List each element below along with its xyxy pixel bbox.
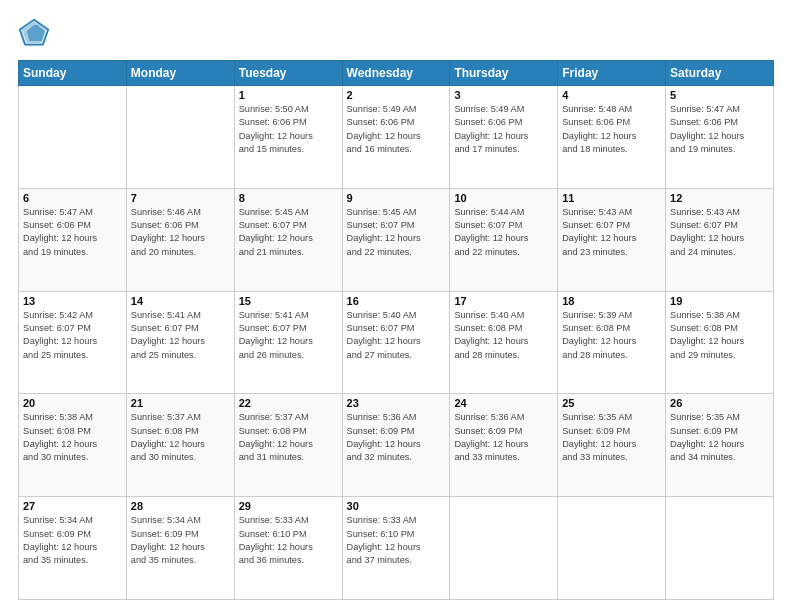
- calendar-cell: [126, 86, 234, 189]
- calendar-cell: [19, 86, 127, 189]
- day-number: 4: [562, 89, 661, 101]
- day-number: 18: [562, 295, 661, 307]
- day-number: 2: [347, 89, 446, 101]
- day-info: Sunrise: 5:43 AM Sunset: 6:07 PM Dayligh…: [670, 206, 769, 259]
- day-number: 17: [454, 295, 553, 307]
- day-info: Sunrise: 5:42 AM Sunset: 6:07 PM Dayligh…: [23, 309, 122, 362]
- day-number: 19: [670, 295, 769, 307]
- day-number: 23: [347, 397, 446, 409]
- calendar-cell: 28Sunrise: 5:34 AM Sunset: 6:09 PM Dayli…: [126, 497, 234, 600]
- week-row-1: 6Sunrise: 5:47 AM Sunset: 6:06 PM Daylig…: [19, 188, 774, 291]
- day-number: 22: [239, 397, 338, 409]
- day-number: 9: [347, 192, 446, 204]
- weekday-header-friday: Friday: [558, 61, 666, 86]
- weekday-header-row: SundayMondayTuesdayWednesdayThursdayFrid…: [19, 61, 774, 86]
- calendar-cell: 8Sunrise: 5:45 AM Sunset: 6:07 PM Daylig…: [234, 188, 342, 291]
- calendar-cell: 19Sunrise: 5:38 AM Sunset: 6:08 PM Dayli…: [666, 291, 774, 394]
- week-row-4: 27Sunrise: 5:34 AM Sunset: 6:09 PM Dayli…: [19, 497, 774, 600]
- calendar-cell: 11Sunrise: 5:43 AM Sunset: 6:07 PM Dayli…: [558, 188, 666, 291]
- calendar-cell: 26Sunrise: 5:35 AM Sunset: 6:09 PM Dayli…: [666, 394, 774, 497]
- calendar-cell: 13Sunrise: 5:42 AM Sunset: 6:07 PM Dayli…: [19, 291, 127, 394]
- weekday-header-monday: Monday: [126, 61, 234, 86]
- weekday-header-tuesday: Tuesday: [234, 61, 342, 86]
- day-info: Sunrise: 5:41 AM Sunset: 6:07 PM Dayligh…: [131, 309, 230, 362]
- day-info: Sunrise: 5:40 AM Sunset: 6:08 PM Dayligh…: [454, 309, 553, 362]
- calendar-cell: 12Sunrise: 5:43 AM Sunset: 6:07 PM Dayli…: [666, 188, 774, 291]
- calendar-table: SundayMondayTuesdayWednesdayThursdayFrid…: [18, 60, 774, 600]
- calendar-cell: 17Sunrise: 5:40 AM Sunset: 6:08 PM Dayli…: [450, 291, 558, 394]
- calendar-cell: 3Sunrise: 5:49 AM Sunset: 6:06 PM Daylig…: [450, 86, 558, 189]
- calendar-cell: 18Sunrise: 5:39 AM Sunset: 6:08 PM Dayli…: [558, 291, 666, 394]
- day-number: 7: [131, 192, 230, 204]
- day-number: 3: [454, 89, 553, 101]
- day-info: Sunrise: 5:47 AM Sunset: 6:06 PM Dayligh…: [23, 206, 122, 259]
- day-info: Sunrise: 5:43 AM Sunset: 6:07 PM Dayligh…: [562, 206, 661, 259]
- calendar-cell: 27Sunrise: 5:34 AM Sunset: 6:09 PM Dayli…: [19, 497, 127, 600]
- header: [18, 18, 774, 50]
- day-info: Sunrise: 5:36 AM Sunset: 6:09 PM Dayligh…: [347, 411, 446, 464]
- weekday-header-wednesday: Wednesday: [342, 61, 450, 86]
- day-info: Sunrise: 5:34 AM Sunset: 6:09 PM Dayligh…: [23, 514, 122, 567]
- day-info: Sunrise: 5:49 AM Sunset: 6:06 PM Dayligh…: [347, 103, 446, 156]
- day-number: 30: [347, 500, 446, 512]
- calendar-cell: 22Sunrise: 5:37 AM Sunset: 6:08 PM Dayli…: [234, 394, 342, 497]
- weekday-header-saturday: Saturday: [666, 61, 774, 86]
- calendar-cell: 30Sunrise: 5:33 AM Sunset: 6:10 PM Dayli…: [342, 497, 450, 600]
- week-row-0: 1Sunrise: 5:50 AM Sunset: 6:06 PM Daylig…: [19, 86, 774, 189]
- calendar-cell: 7Sunrise: 5:46 AM Sunset: 6:06 PM Daylig…: [126, 188, 234, 291]
- day-number: 8: [239, 192, 338, 204]
- day-info: Sunrise: 5:48 AM Sunset: 6:06 PM Dayligh…: [562, 103, 661, 156]
- calendar-cell: 4Sunrise: 5:48 AM Sunset: 6:06 PM Daylig…: [558, 86, 666, 189]
- day-number: 21: [131, 397, 230, 409]
- calendar-cell: 25Sunrise: 5:35 AM Sunset: 6:09 PM Dayli…: [558, 394, 666, 497]
- day-info: Sunrise: 5:49 AM Sunset: 6:06 PM Dayligh…: [454, 103, 553, 156]
- weekday-header-thursday: Thursday: [450, 61, 558, 86]
- day-info: Sunrise: 5:33 AM Sunset: 6:10 PM Dayligh…: [347, 514, 446, 567]
- day-number: 10: [454, 192, 553, 204]
- calendar-cell: 24Sunrise: 5:36 AM Sunset: 6:09 PM Dayli…: [450, 394, 558, 497]
- day-info: Sunrise: 5:38 AM Sunset: 6:08 PM Dayligh…: [670, 309, 769, 362]
- calendar-cell: 29Sunrise: 5:33 AM Sunset: 6:10 PM Dayli…: [234, 497, 342, 600]
- day-number: 12: [670, 192, 769, 204]
- day-info: Sunrise: 5:37 AM Sunset: 6:08 PM Dayligh…: [131, 411, 230, 464]
- day-number: 16: [347, 295, 446, 307]
- logo-icon: [18, 18, 50, 50]
- day-info: Sunrise: 5:46 AM Sunset: 6:06 PM Dayligh…: [131, 206, 230, 259]
- day-number: 27: [23, 500, 122, 512]
- day-info: Sunrise: 5:47 AM Sunset: 6:06 PM Dayligh…: [670, 103, 769, 156]
- day-number: 24: [454, 397, 553, 409]
- day-info: Sunrise: 5:50 AM Sunset: 6:06 PM Dayligh…: [239, 103, 338, 156]
- day-number: 11: [562, 192, 661, 204]
- page: SundayMondayTuesdayWednesdayThursdayFrid…: [0, 0, 792, 612]
- day-info: Sunrise: 5:40 AM Sunset: 6:07 PM Dayligh…: [347, 309, 446, 362]
- calendar-cell: 16Sunrise: 5:40 AM Sunset: 6:07 PM Dayli…: [342, 291, 450, 394]
- calendar-cell: 5Sunrise: 5:47 AM Sunset: 6:06 PM Daylig…: [666, 86, 774, 189]
- day-info: Sunrise: 5:45 AM Sunset: 6:07 PM Dayligh…: [347, 206, 446, 259]
- calendar-cell: 9Sunrise: 5:45 AM Sunset: 6:07 PM Daylig…: [342, 188, 450, 291]
- day-info: Sunrise: 5:41 AM Sunset: 6:07 PM Dayligh…: [239, 309, 338, 362]
- day-info: Sunrise: 5:39 AM Sunset: 6:08 PM Dayligh…: [562, 309, 661, 362]
- day-number: 20: [23, 397, 122, 409]
- calendar-cell: 2Sunrise: 5:49 AM Sunset: 6:06 PM Daylig…: [342, 86, 450, 189]
- day-info: Sunrise: 5:34 AM Sunset: 6:09 PM Dayligh…: [131, 514, 230, 567]
- day-number: 1: [239, 89, 338, 101]
- weekday-header-sunday: Sunday: [19, 61, 127, 86]
- calendar-cell: [666, 497, 774, 600]
- week-row-2: 13Sunrise: 5:42 AM Sunset: 6:07 PM Dayli…: [19, 291, 774, 394]
- day-number: 6: [23, 192, 122, 204]
- day-number: 28: [131, 500, 230, 512]
- calendar-cell: [558, 497, 666, 600]
- calendar-cell: 23Sunrise: 5:36 AM Sunset: 6:09 PM Dayli…: [342, 394, 450, 497]
- day-info: Sunrise: 5:38 AM Sunset: 6:08 PM Dayligh…: [23, 411, 122, 464]
- logo: [18, 18, 56, 50]
- day-number: 29: [239, 500, 338, 512]
- calendar-cell: 15Sunrise: 5:41 AM Sunset: 6:07 PM Dayli…: [234, 291, 342, 394]
- day-number: 5: [670, 89, 769, 101]
- day-number: 26: [670, 397, 769, 409]
- day-info: Sunrise: 5:45 AM Sunset: 6:07 PM Dayligh…: [239, 206, 338, 259]
- day-number: 25: [562, 397, 661, 409]
- calendar-cell: 6Sunrise: 5:47 AM Sunset: 6:06 PM Daylig…: [19, 188, 127, 291]
- day-number: 13: [23, 295, 122, 307]
- calendar-cell: 21Sunrise: 5:37 AM Sunset: 6:08 PM Dayli…: [126, 394, 234, 497]
- week-row-3: 20Sunrise: 5:38 AM Sunset: 6:08 PM Dayli…: [19, 394, 774, 497]
